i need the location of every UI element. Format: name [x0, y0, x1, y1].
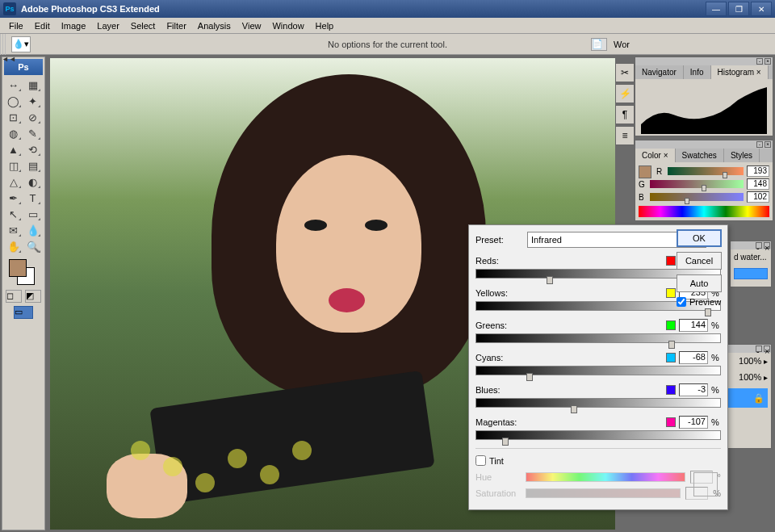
- brush-tool[interactable]: ✎: [23, 125, 42, 141]
- healing-tool[interactable]: ◍: [4, 125, 23, 141]
- workspace-icon[interactable]: 📄: [591, 38, 607, 51]
- channel-value-B[interactable]: 102: [747, 191, 769, 203]
- channel-slider[interactable]: [475, 430, 721, 440]
- gradient-tool[interactable]: ▤: [23, 157, 42, 174]
- canvas-content: [365, 220, 388, 231]
- notes-tool[interactable]: ✉: [4, 222, 23, 238]
- workspace-label[interactable]: Wor: [614, 40, 630, 49]
- canvas-content: [329, 288, 365, 312]
- channel-slider[interactable]: [475, 366, 721, 375]
- tab-info[interactable]: Info: [684, 65, 711, 79]
- minimize-button[interactable]: —: [706, 2, 727, 16]
- maximize-button[interactable]: ❐: [728, 2, 749, 16]
- menu-analysis[interactable]: Analysis: [192, 19, 237, 32]
- panel-close-icon[interactable]: ×: [764, 242, 770, 249]
- quickmask-mode-button[interactable]: ◩: [25, 290, 41, 303]
- menu-image[interactable]: Image: [56, 19, 92, 32]
- channel-slider[interactable]: [475, 333, 721, 343]
- dock-button-1[interactable]: ✂: [615, 63, 635, 82]
- panel-close-icon[interactable]: ×: [764, 346, 770, 352]
- move-tool[interactable]: ↔: [4, 77, 23, 93]
- channel-value-input[interactable]: -68: [679, 351, 708, 364]
- hand-tool[interactable]: ✋: [4, 238, 23, 254]
- pct-symbol: %: [711, 320, 721, 330]
- menu-filter[interactable]: Filter: [161, 19, 191, 32]
- screen-mode-button[interactable]: ▭: [14, 306, 33, 319]
- path-select-tool[interactable]: ↖: [4, 206, 23, 222]
- ok-button[interactable]: OK: [677, 229, 722, 247]
- slice-tool[interactable]: ⊘: [23, 109, 42, 125]
- fill-value[interactable]: 100%: [739, 372, 761, 382]
- eyedropper-tool[interactable]: 💧: [23, 222, 42, 238]
- dock-button-3[interactable]: ¶: [615, 105, 635, 124]
- preview-checkbox[interactable]: [677, 297, 686, 307]
- channel-label: Reds:: [475, 256, 524, 266]
- lasso-tool[interactable]: ◯: [4, 93, 23, 109]
- menu-edit[interactable]: Edit: [29, 19, 56, 32]
- stub-blue-bar[interactable]: [734, 268, 768, 279]
- channel-slider-B[interactable]: [650, 193, 744, 201]
- panel-minimize-icon[interactable]: -: [756, 58, 763, 65]
- opacity-value[interactable]: 100%: [739, 356, 761, 366]
- color-spectrum[interactable]: [639, 206, 769, 217]
- crop-tool[interactable]: ⊡: [4, 109, 23, 125]
- channel-value-input[interactable]: -3: [679, 383, 708, 396]
- tab-color[interactable]: Color ×: [635, 149, 676, 162]
- panel-minimize-icon[interactable]: -: [756, 346, 762, 352]
- panel-close-icon[interactable]: ×: [765, 58, 771, 65]
- shape-tool[interactable]: ▭: [23, 206, 42, 222]
- stub-panel-1: -× d water...: [730, 241, 772, 287]
- options-grip[interactable]: [0, 34, 6, 55]
- layer-row[interactable]: 🔒: [727, 388, 768, 408]
- pen-tool[interactable]: ✒: [4, 190, 23, 206]
- cancel-button[interactable]: Cancel: [677, 252, 722, 270]
- tab-histogram[interactable]: Histogram ×: [711, 65, 769, 79]
- menu-help[interactable]: Help: [310, 19, 340, 32]
- saturation-slider: [526, 488, 681, 498]
- menu-bar: File Edit Image Layer Select Filter Anal…: [0, 18, 775, 34]
- channel-value-input[interactable]: -107: [679, 416, 708, 429]
- zoom-tool[interactable]: 🔍: [23, 238, 42, 254]
- menu-file[interactable]: File: [3, 19, 29, 32]
- panel-minimize-icon[interactable]: -: [756, 141, 763, 148]
- hue-slider: [526, 472, 685, 482]
- blur-tool[interactable]: △: [4, 174, 23, 190]
- channel-slider-G[interactable]: [650, 180, 744, 188]
- tool-preset-picker[interactable]: 💧▾: [11, 36, 31, 52]
- channel-value-G[interactable]: 148: [747, 178, 769, 190]
- type-tool[interactable]: T: [23, 190, 42, 206]
- channel-swatch: [666, 417, 676, 427]
- tab-navigator[interactable]: Navigator: [635, 65, 684, 79]
- channel-slider[interactable]: [475, 398, 721, 408]
- dodge-tool[interactable]: ◐: [23, 174, 42, 190]
- dock-button-2[interactable]: ⚡: [615, 84, 635, 103]
- close-button[interactable]: ✕: [751, 2, 772, 16]
- color-picker-fgbg[interactable]: [4, 258, 43, 287]
- auto-button[interactable]: Auto: [677, 274, 722, 292]
- wand-tool[interactable]: ✦: [23, 93, 42, 109]
- marquee-tool[interactable]: ▦: [23, 77, 42, 93]
- channel-value-R[interactable]: 193: [747, 165, 769, 177]
- menu-layer[interactable]: Layer: [91, 19, 125, 32]
- channel-value-input[interactable]: 144: [679, 319, 708, 332]
- foreground-color-swatch[interactable]: [9, 259, 27, 277]
- channel-slider-R[interactable]: [668, 167, 744, 175]
- histogram-display: [635, 79, 773, 136]
- stamp-tool[interactable]: ▲: [4, 141, 23, 157]
- eraser-tool[interactable]: ◫: [4, 157, 23, 174]
- menu-window[interactable]: Window: [266, 19, 309, 32]
- menu-view[interactable]: View: [237, 19, 267, 32]
- tab-swatches[interactable]: Swatches: [676, 149, 724, 162]
- options-message: No options for the current tool.: [328, 40, 447, 49]
- history-brush-tool[interactable]: ⟲: [23, 141, 42, 157]
- toolbox-collapse-arrow-icon[interactable]: ◄◄: [2, 55, 16, 63]
- color-fg-swatch[interactable]: [639, 165, 651, 178]
- menu-select[interactable]: Select: [125, 19, 161, 32]
- panel-close-icon[interactable]: ×: [765, 141, 771, 148]
- standard-mode-button[interactable]: ◻: [6, 290, 22, 303]
- stub-panel-layers: -× 100% ▸ 100% ▸ 🔒: [723, 344, 772, 449]
- tint-checkbox[interactable]: [475, 455, 486, 466]
- dock-button-4[interactable]: ≡: [615, 126, 635, 145]
- panel-minimize-icon[interactable]: -: [756, 242, 762, 249]
- tab-styles[interactable]: Styles: [724, 149, 760, 162]
